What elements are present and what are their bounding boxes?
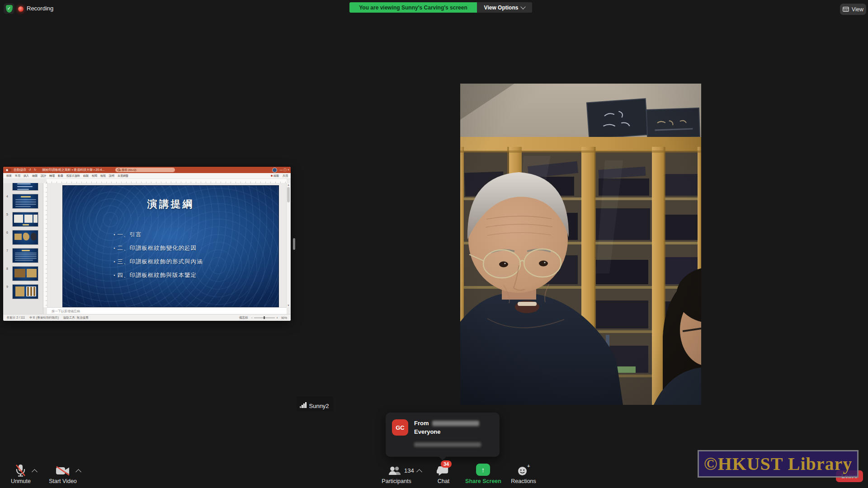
scrollbar-thumb[interactable] [287,187,290,202]
unmute-options-caret[interactable] [32,469,38,475]
camera-off-icon [55,465,71,476]
window-resize-grip[interactable] [293,238,295,250]
participants-caret[interactable] [416,469,422,475]
record-dot-icon [271,175,273,177]
video-options-caret[interactable] [75,469,81,475]
ppt-status-bar: 投影片 2 / 111 中文 (香港特別行政區) 協助工具: 無法使用 備忘稿 … [3,314,291,321]
scroll-down-icon[interactable]: ▼ [287,304,290,307]
ppt-window-controls[interactable]: — ▢ × [272,167,289,173]
search-icon [118,169,120,171]
ribbon-right-buttons: 錄製 共用 [271,173,288,178]
slide-bullet: 二、印譜板框紋飾變化的起因 [113,244,203,252]
chat-message-redacted [414,442,481,447]
chat-label: Chat [438,478,449,484]
view-options-button[interactable]: View Options [477,2,532,13]
slide-indicator: 投影片 2 / 111 [7,316,25,320]
chat-notification-popup[interactable]: GC From Everyone [386,413,500,457]
ppt-search-box[interactable]: 搜尋 (Alt+Q) [115,168,175,172]
thumbnail-slide-9[interactable]: 9 [12,284,38,299]
thumbnail-number: 8 [6,267,8,270]
tab-transitions[interactable]: 轉場 [49,174,55,178]
share-screen-button[interactable]: ↑ [476,464,490,476]
ppt-share-button[interactable]: 共用 [283,174,288,178]
slide-thumbnail-panel[interactable]: 4 5 [3,183,43,314]
tab-review[interactable]: 校閱 [92,174,97,178]
notes-toggle[interactable]: 備忘稿 [239,316,248,320]
tab-record[interactable]: 錄製 [83,174,89,178]
thumbnail-slide-7[interactable]: 7 [12,248,38,263]
thumbnail-slide-8[interactable]: 8 [12,266,38,281]
start-video-label: Start Video [49,478,77,484]
autosave-label: 自動儲存 [14,168,26,172]
recording-dot-icon [18,6,24,12]
chat-avatar: GC [392,419,408,436]
view-button[interactable]: View [840,4,866,15]
ppt-user-avatar [272,168,277,173]
thumbnail-slide-3[interactable] [12,183,38,191]
accessibility-status[interactable]: 協助工具: 無法使用 [63,316,89,320]
notes-pane[interactable]: 按一下以新增備忘稿 [47,307,287,314]
slide-bullet: 三、印譜板框紋飾的形式與內涵 [113,258,203,266]
tab-help[interactable]: 說明 [109,174,114,178]
autosave-toggle[interactable] [5,169,11,172]
tab-animations[interactable]: 動畫 [58,174,63,178]
tab-home[interactable]: 常用 [15,174,20,178]
zoom-minus-icon[interactable]: − [251,316,253,319]
thumbnail-slide-6[interactable]: 6 [12,230,38,245]
ppt-record-button[interactable]: 錄製 [271,174,279,178]
slide-title: 演講提綱 [63,197,278,211]
participants-button[interactable] [388,465,402,476]
zoom-knob[interactable] [264,316,265,319]
thumbnail-slide-4[interactable]: 4 [12,194,38,209]
hkust-library-watermark: ©HKUST Library [698,450,859,478]
zoom-slider[interactable]: − + [251,316,278,319]
shield-check-icon: ✓ [6,5,13,13]
tab-addin[interactable]: 百度網盤 [118,174,128,178]
start-video-button[interactable] [55,465,71,476]
thumbnail-picture [12,183,38,191]
thumbnail-number: 5 [6,213,8,216]
presenter-name-tag: Sunny2 [297,396,333,411]
thumbnail-picture [12,248,38,263]
scroll-up-icon[interactable]: ▲ [287,183,290,186]
ppt-titlebar: 自動儲存 ↺ ↻ 關於印譜板框之賞析 • 香港科技大學 • 20-4... 搜尋… [3,167,291,173]
participants-count: 134 [404,467,414,474]
quick-access-icons[interactable]: ↺ ↻ [28,168,38,172]
language-indicator[interactable]: 中文 (香港特別行政區) [29,316,59,320]
thumbnail-picture [12,194,38,209]
tab-design[interactable]: 設計 [41,174,46,178]
tab-draw[interactable]: 繪圖 [32,174,38,178]
share-screen-label: Share Screen [465,478,501,484]
chat-from-line: From [414,420,479,427]
unmute-label: Unmute [11,478,31,484]
tab-view[interactable]: 檢視 [100,174,106,178]
unmute-button[interactable] [15,464,27,477]
tab-insert[interactable]: 插入 [24,174,29,178]
zoom-level[interactable]: 90% [281,316,287,319]
tab-slideshow[interactable]: 投影片放映 [66,174,80,178]
ppt-window-buttons[interactable]: — ▢ × [279,168,289,172]
connection-signal-icon [300,402,307,409]
ppt-workspace: 4 5 [3,183,291,314]
slide-scrollbar[interactable]: ▲ ▼ [286,183,291,307]
security-shield-icon[interactable]: ✓ [4,3,14,14]
viewing-screen-banner: You are viewing Sunny's Carving's screen [349,2,477,13]
ppt-document-title: 關於印譜板框之賞析 • 香港科技大學 • 20-4... [42,168,105,172]
participants-icon [388,465,402,476]
powerpoint-window: 自動儲存 ↺ ↻ 關於印譜板框之賞析 • 香港科技大學 • 20-4... 搜尋… [3,167,291,321]
reactions-plus-icon: + [527,463,530,469]
thumbnail-slide-5[interactable]: 5 [12,212,38,227]
ppt-ribbon-tabs: 檔案 常用 插入 繪圖 設計 轉場 動畫 投影片放映 錄製 校閱 檢視 說明 百… [3,173,291,179]
zoom-plus-icon[interactable]: + [276,316,278,319]
chat-to-label: Everyone [414,428,441,435]
grid-view-icon [843,7,849,12]
microphone-muted-icon [15,464,26,477]
share-arrow-icon: ↑ [481,466,485,474]
thumbnail-picture [12,266,38,281]
tab-file[interactable]: 檔案 [6,174,12,178]
zoom-meeting-window: ✓ Recording You are viewing Sunny's Carv… [0,0,868,488]
video-feed [460,84,701,405]
zoom-track[interactable] [254,318,275,318]
thumbnail-picture [12,212,38,227]
recording-label: Recording [27,5,53,12]
